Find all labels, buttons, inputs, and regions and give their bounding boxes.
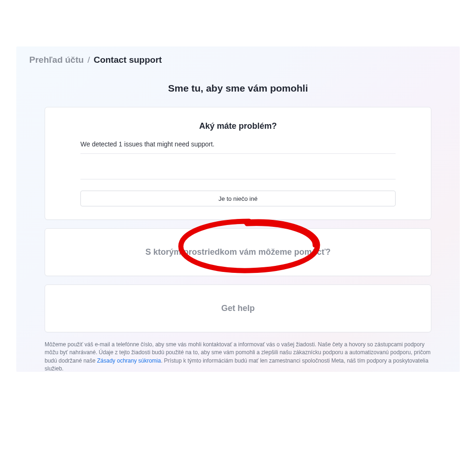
- breadcrumb-current: Contact support: [93, 55, 162, 65]
- privacy-policy-link[interactable]: Zásady ochrany súkromia: [97, 357, 161, 364]
- asset-card-heading: S ktorým prostriedkom vám môžeme pomôcť?: [53, 247, 423, 257]
- asset-card: S ktorým prostriedkom vám môžeme pomôcť?: [45, 228, 431, 276]
- breadcrumb: Prehľad účtu / Contact support: [29, 55, 447, 65]
- issues-detected-text: We detected 1 issues that might need sup…: [80, 140, 396, 151]
- issue-card: Aký máte problém? We detected 1 issues t…: [45, 107, 431, 220]
- privacy-disclaimer: Môžeme použiť váš e-mail a telefónne čís…: [45, 341, 431, 373]
- page-title: Sme tu, aby sme vám pomohli: [29, 83, 447, 94]
- get-help-heading: Get help: [53, 304, 423, 313]
- get-help-card: Get help: [45, 284, 431, 332]
- issues-block: We detected 1 issues that might need sup…: [80, 140, 396, 179]
- issue-card-heading: Aký máte problém?: [53, 121, 423, 131]
- something-else-button[interactable]: Je to niečo iné: [80, 191, 396, 206]
- issue-row[interactable]: [80, 154, 396, 179]
- breadcrumb-parent[interactable]: Prehľad účtu: [29, 55, 84, 65]
- support-page: Prehľad účtu / Contact support Sme tu, a…: [16, 46, 460, 372]
- breadcrumb-separator: /: [87, 55, 90, 65]
